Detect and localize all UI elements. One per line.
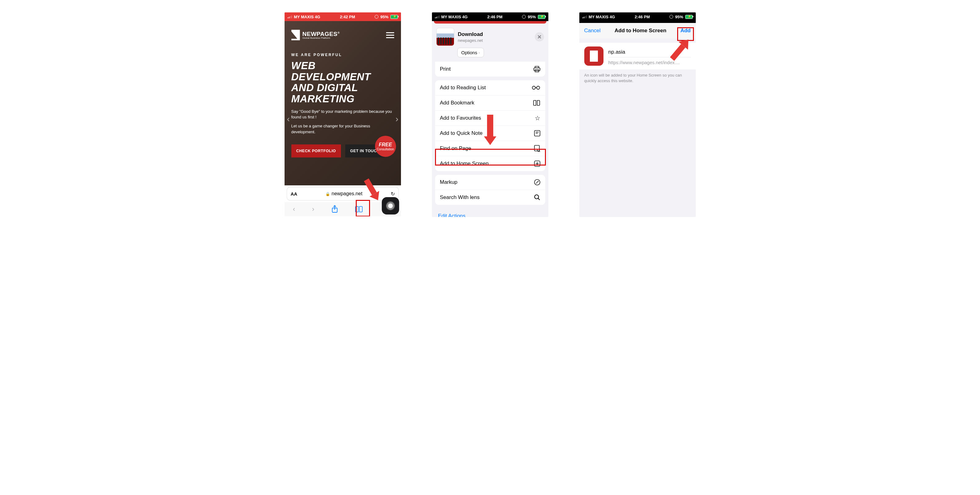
edit-actions-button[interactable]: Edit Actions… — [432, 209, 548, 217]
share-icon[interactable] — [331, 205, 338, 213]
hero-copy-2: Let us be a game changer for your Busine… — [291, 123, 394, 135]
book-icon — [533, 100, 540, 106]
shortcut-row: np.asia https://www.newpages.net/index..… — [579, 43, 696, 69]
search-icon — [534, 194, 540, 201]
battery-percent: 95% — [528, 14, 536, 19]
annotation-box-add — [677, 27, 694, 41]
reload-icon[interactable]: ↻ — [391, 191, 395, 197]
quick-note-row[interactable]: Add to Quick Note — [435, 126, 545, 141]
battery-icon: ⚡ — [390, 15, 398, 19]
annotation-box-share — [356, 200, 370, 216]
hero-headline: WEB DEVELOPMENT AND DIGITAL MARKETING — [291, 60, 394, 104]
glasses-icon — [531, 86, 540, 90]
signal-icon — [582, 15, 587, 18]
battery-icon: ⚡ — [538, 15, 545, 19]
print-row[interactable]: Print — [435, 62, 545, 77]
action-group: Markup Search With lens — [435, 175, 545, 205]
status-time: 2:46 PM — [468, 14, 522, 19]
svg-point-4 — [532, 86, 535, 89]
back-icon[interactable]: ‹ — [293, 205, 295, 213]
address-bar[interactable]: AA 🔒 newpages.net ↻ — [287, 187, 398, 200]
page-thumbnail — [436, 28, 454, 46]
signal-icon — [435, 15, 440, 18]
free-badge[interactable]: FREEConsultation — [375, 136, 396, 157]
status-bar: MY MAXIS 4G 2:46 PM 95%⚡ — [579, 13, 696, 21]
close-icon[interactable]: ✕ — [535, 32, 544, 42]
rotation-lock-icon — [670, 15, 673, 19]
battery-percent: 95% — [675, 14, 683, 19]
status-time: 2:46 PM — [615, 14, 670, 19]
battery-icon: ⚡ — [685, 15, 693, 19]
note-icon — [534, 130, 540, 136]
signal-icon — [288, 15, 292, 18]
logo-icon — [291, 30, 300, 40]
share-subtitle: newpages.net — [458, 38, 531, 43]
search-lens-row[interactable]: Search With lens — [435, 190, 545, 205]
status-time: 2:42 PM — [320, 14, 375, 19]
cancel-button[interactable]: Cancel — [584, 27, 601, 34]
carrier-label: MY MAXIS 4G — [589, 14, 615, 19]
reading-list-row[interactable]: Add to Reading List — [435, 80, 545, 95]
star-icon: ☆ — [535, 114, 540, 122]
status-bar: MY MAXIS 4G 2:42 PM 95%⚡ — [285, 13, 401, 21]
hint-text: An icon will be added to your Home Scree… — [579, 69, 696, 86]
assistive-touch-icon[interactable] — [382, 197, 399, 214]
hero-kicker: WE ARE POWERFUL — [291, 53, 394, 57]
share-header: Download newpages.net ✕ — [432, 24, 548, 49]
battery-percent: 95% — [380, 14, 388, 19]
markup-row[interactable]: Markup — [435, 175, 545, 190]
hero-copy-1: Say "Good Bye" to your marketing problem… — [291, 109, 394, 121]
shortcut-name-field[interactable]: np.asia — [608, 47, 691, 57]
url-label: 🔒 newpages.net — [300, 191, 388, 196]
prev-slide-icon[interactable]: ‹ — [287, 114, 290, 124]
share-title: Download — [458, 31, 531, 37]
forward-icon[interactable]: › — [312, 205, 314, 213]
rotation-lock-icon — [375, 15, 379, 19]
annotation-box-home-screen — [435, 149, 546, 166]
check-portfolio-button[interactable]: CHECK PORTFOLIO — [291, 144, 341, 158]
site-logo[interactable]: NEWPAGES® Global Business Platform — [291, 30, 340, 40]
action-group: Print — [435, 62, 545, 77]
phone-share-sheet: MY MAXIS 4G 2:46 PM 95%⚡ Download newpag… — [432, 13, 548, 217]
print-icon — [533, 66, 540, 72]
favourites-row[interactable]: Add to Favourites☆ — [435, 110, 545, 126]
menu-icon[interactable] — [386, 32, 394, 38]
sheet-backdrop — [434, 21, 547, 24]
options-button[interactable]: Options› — [457, 48, 484, 57]
bookmark-row[interactable]: Add Bookmark — [435, 95, 545, 110]
rotation-lock-icon — [522, 15, 526, 19]
phone-safari-page: MY MAXIS 4G 2:42 PM 95%⚡ NEWPAGES® Globa… — [285, 13, 401, 216]
svg-point-11 — [535, 195, 538, 199]
modal-title: Add to Home Screen — [615, 27, 667, 34]
phone-add-home-screen: MY MAXIS 4G 2:46 PM 95%⚡ Cancel Add to H… — [579, 13, 696, 217]
webpage-hero: NEWPAGES® Global Business Platform WE AR… — [285, 21, 401, 185]
svg-rect-2 — [534, 68, 540, 71]
carrier-label: MY MAXIS 4G — [294, 14, 320, 19]
carrier-label: MY MAXIS 4G — [441, 14, 468, 19]
text-size-icon[interactable]: AA — [291, 191, 298, 196]
status-bar: MY MAXIS 4G 2:46 PM 95%⚡ — [432, 13, 548, 21]
markup-icon — [534, 179, 540, 185]
app-icon — [584, 46, 603, 66]
next-slide-icon[interactable]: › — [395, 114, 398, 124]
shortcut-url: https://www.newpages.net/index.... — [608, 57, 691, 65]
svg-point-5 — [536, 86, 540, 89]
